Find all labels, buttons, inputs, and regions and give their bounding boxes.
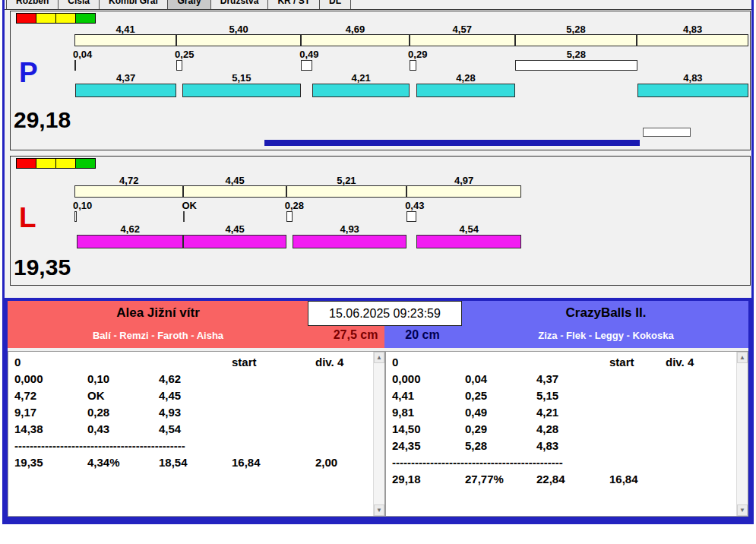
result-cell: 0,04 bbox=[465, 372, 487, 385]
pending-run-box bbox=[643, 128, 691, 137]
result-cell: 0 bbox=[14, 356, 21, 368]
result-cell: 18,54 bbox=[159, 456, 188, 469]
result-cell: 0 bbox=[392, 356, 398, 368]
result-row: 4,410,255,15 bbox=[386, 389, 736, 406]
status-light bbox=[16, 158, 36, 169]
result-row: 24,355,284,83 bbox=[386, 439, 736, 456]
result-cell: ----------------------------------------… bbox=[392, 456, 563, 469]
run-time-label: 4,37 bbox=[116, 72, 135, 84]
change-time-label: 0,49 bbox=[299, 49, 318, 60]
window-frame-bottom bbox=[2, 520, 754, 524]
result-cell: 4,54 bbox=[159, 422, 181, 435]
team-left-dogs: Balí - Remzi - Faroth - Aisha bbox=[8, 330, 308, 341]
result-cell: 5,28 bbox=[465, 439, 487, 452]
lane-total-time: 19,35 bbox=[14, 255, 71, 280]
scrollbar[interactable]: ▲ ▼ bbox=[373, 352, 384, 516]
split-time-label: 5,21 bbox=[337, 175, 356, 186]
split-time-label: 4,45 bbox=[225, 175, 244, 186]
result-cell: 4,41 bbox=[392, 389, 414, 402]
run-time-label: 4,83 bbox=[683, 72, 702, 84]
result-cell: 19,35 bbox=[14, 456, 43, 469]
change-box bbox=[176, 60, 182, 71]
change-box bbox=[515, 60, 637, 71]
split-segment bbox=[410, 34, 515, 46]
result-cell: 16,84 bbox=[232, 456, 261, 469]
tab[interactable]: DL bbox=[319, 0, 351, 10]
change-time-label: 0,43 bbox=[405, 200, 424, 211]
change-time-label: 0,25 bbox=[175, 49, 194, 60]
result-cell: 9,81 bbox=[392, 406, 414, 419]
status-light bbox=[55, 158, 76, 169]
result-cell: 16,84 bbox=[609, 473, 638, 485]
tab[interactable]: Rozběh bbox=[6, 0, 59, 10]
change-box bbox=[406, 211, 416, 222]
run-bar bbox=[416, 84, 515, 97]
tab[interactable]: KR / ST bbox=[267, 0, 320, 10]
tab[interactable]: Grafy bbox=[167, 0, 210, 10]
run-bar bbox=[293, 235, 406, 248]
status-light bbox=[36, 158, 56, 169]
scroll-down-button[interactable]: ▼ bbox=[737, 504, 748, 516]
scrollbar[interactable]: ▲ ▼ bbox=[736, 352, 748, 516]
change-time-label: 0,29 bbox=[408, 49, 427, 60]
result-cell: 2,00 bbox=[315, 456, 337, 469]
result-cell: ----------------------------------------… bbox=[14, 439, 185, 452]
result-cell: 0,10 bbox=[87, 372, 109, 385]
run-bar bbox=[637, 84, 749, 97]
result-cell: 0,25 bbox=[465, 389, 487, 402]
application-window: RozběhČíslaKombi GrafGrafyDružstvaKR / S… bbox=[0, 0, 756, 544]
traffic-lights bbox=[16, 158, 95, 169]
results-section: Alea Jižní vítr Balí - Remzi - Faroth - … bbox=[5, 298, 751, 520]
team-right-name: CrazyBalls II. bbox=[463, 305, 748, 321]
run-time-label: 4,28 bbox=[456, 72, 475, 84]
lane-panel-right: P 4,415,404,694,575,284,830,044,370,255,… bbox=[10, 11, 751, 150]
result-cell: 4,62 bbox=[159, 372, 181, 385]
split-segment bbox=[176, 34, 301, 46]
result-cell: 5,15 bbox=[536, 389, 558, 402]
result-row: 4,72OK4,45 bbox=[8, 389, 373, 406]
result-row: 19,354,34%18,5416,842,00 bbox=[8, 456, 373, 473]
result-cell: start bbox=[232, 356, 257, 368]
window-frame-right bbox=[751, 0, 754, 524]
run-time-label: 4,45 bbox=[225, 223, 244, 235]
status-light bbox=[75, 13, 96, 24]
results-table-left: 0startdiv. 40,0000,104,624,72OK4,459,170… bbox=[8, 351, 385, 517]
tab[interactable]: Kombi Graf bbox=[99, 0, 168, 10]
change-box bbox=[74, 60, 76, 71]
scroll-up-button[interactable]: ▲ bbox=[737, 352, 748, 363]
lane-chart: 4,724,455,214,970,104,62OK4,450,284,930,… bbox=[74, 175, 752, 252]
datetime-box: 15.06.2025 09:23:59 bbox=[308, 301, 462, 326]
results-table-right: 0startdiv. 40,0000,044,374,410,255,159,8… bbox=[385, 351, 748, 517]
race-progress-bar bbox=[264, 140, 640, 146]
result-row: 29,1827,77%22,8416,84 bbox=[386, 473, 736, 489]
split-time-label: 4,97 bbox=[454, 175, 473, 186]
change-box bbox=[410, 60, 416, 71]
tab-strip: RozběhČíslaKombi GrafGrafyDružstvaKR / S… bbox=[5, 0, 751, 10]
result-cell: 22,84 bbox=[536, 473, 565, 485]
result-cell: 4,21 bbox=[536, 406, 558, 419]
result-cell: div. 4 bbox=[315, 356, 343, 368]
result-row: 0startdiv. 4 bbox=[386, 356, 736, 372]
scroll-down-button[interactable]: ▼ bbox=[374, 504, 384, 516]
tab[interactable]: Čísla bbox=[58, 0, 100, 10]
split-segment bbox=[637, 34, 748, 46]
result-row: ----------------------------------------… bbox=[386, 456, 736, 473]
tab[interactable]: Družstva bbox=[210, 0, 269, 10]
result-cell: 0,29 bbox=[465, 422, 487, 435]
status-light bbox=[55, 13, 76, 24]
results-rows-right: 0startdiv. 40,0000,044,374,410,255,159,8… bbox=[386, 352, 736, 516]
result-cell: start bbox=[609, 356, 634, 368]
result-row: 14,500,294,28 bbox=[386, 422, 736, 439]
scroll-up-button[interactable]: ▲ bbox=[374, 352, 384, 363]
split-time-label: 4,83 bbox=[683, 24, 702, 35]
result-cell: 29,18 bbox=[392, 473, 421, 485]
team-right-jump-height: 20 cm bbox=[384, 328, 460, 342]
split-segment bbox=[286, 185, 406, 198]
split-segment bbox=[74, 34, 176, 46]
lane-panel-left: L 4,724,455,214,970,104,62OK4,450,284,93… bbox=[10, 156, 751, 286]
change-box bbox=[74, 211, 77, 222]
run-bar bbox=[312, 84, 410, 97]
split-time-label: 4,69 bbox=[346, 24, 365, 35]
status-light bbox=[75, 158, 96, 169]
result-cell: 14,38 bbox=[14, 422, 43, 435]
